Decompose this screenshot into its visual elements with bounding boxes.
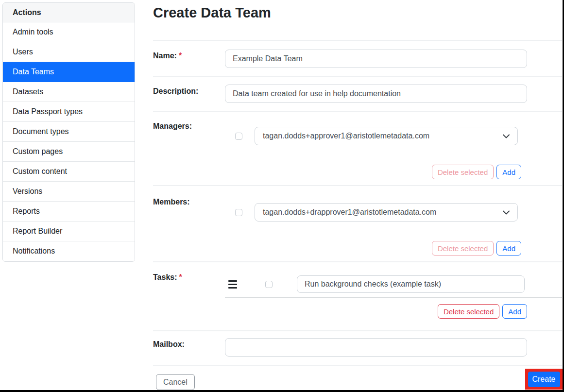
page-title: Create Data Team (153, 0, 562, 40)
tasks-label: Tasks:* (153, 262, 225, 330)
chevron-down-icon (503, 134, 510, 138)
sidebar-item-admin-tools[interactable]: Admin tools (3, 22, 135, 42)
form-footer: Cancel (153, 365, 562, 392)
mailbox-row: Mailbox: (153, 330, 562, 365)
members-select-value: tagan.dodds+drapprover1@aristotlemetadat… (263, 208, 436, 217)
tasks-row: Tasks:* Delete selected Add (153, 261, 562, 330)
members-row-checkbox[interactable] (235, 209, 242, 216)
create-button-highlight-box: Create (525, 369, 563, 390)
sidebar-item-data-passport-types[interactable]: Data Passport types (3, 102, 135, 122)
sidebar-header: Actions (3, 3, 135, 22)
managers-select[interactable]: tagan.dodds+approver1@aristotlemetadata.… (255, 127, 518, 145)
name-input[interactable] (225, 50, 527, 68)
sidebar-item-users[interactable]: Users (3, 42, 135, 62)
task-divider (225, 297, 562, 298)
managers-delete-selected-button[interactable]: Delete selected (432, 165, 494, 179)
page: Actions Admin tools Users Data Teams Dat… (0, 0, 564, 392)
members-add-button[interactable]: Add (496, 241, 521, 256)
members-row: Members: tagan.dodds+drapprover1@aristot… (153, 185, 562, 261)
mailbox-input[interactable] (225, 338, 527, 357)
create-button[interactable]: Create (528, 372, 560, 387)
managers-label: Managers: (153, 112, 225, 185)
drag-handle-icon[interactable] (228, 280, 237, 289)
members-delete-selected-button[interactable]: Delete selected (432, 241, 494, 256)
description-input[interactable] (225, 85, 527, 103)
members-label: Members: (153, 186, 225, 261)
task-input[interactable] (297, 275, 525, 293)
actions-sidebar: Actions Admin tools Users Data Teams Dat… (2, 2, 135, 262)
chevron-down-icon (503, 210, 510, 215)
name-label: Name:* (153, 41, 225, 76)
sidebar-item-reports[interactable]: Reports (3, 202, 135, 222)
sidebar-item-report-builder[interactable]: Report Builder (3, 222, 135, 241)
managers-add-button[interactable]: Add (496, 165, 521, 179)
tasks-delete-selected-button[interactable]: Delete selected (438, 304, 499, 319)
task-row-checkbox[interactable] (265, 281, 273, 288)
cancel-button[interactable]: Cancel (156, 374, 195, 390)
sidebar-item-datasets[interactable]: Datasets (3, 82, 135, 102)
description-row: Description: (153, 76, 562, 111)
sidebar-item-custom-content[interactable]: Custom content (3, 162, 135, 182)
required-asterisk: * (179, 273, 182, 281)
members-select[interactable]: tagan.dodds+drapprover1@aristotlemetadat… (255, 203, 518, 222)
sidebar-item-custom-pages[interactable]: Custom pages (3, 142, 135, 162)
tasks-add-button[interactable]: Add (502, 304, 527, 319)
mailbox-label: Mailbox: (153, 331, 225, 365)
sidebar-item-data-teams[interactable]: Data Teams (3, 62, 135, 82)
sidebar-item-versions[interactable]: Versions (3, 182, 135, 202)
required-asterisk: * (179, 51, 182, 60)
description-label: Description: (153, 77, 225, 111)
main-content: Create Data Team Name:* Description: Man… (153, 0, 562, 390)
managers-row-checkbox[interactable] (235, 133, 242, 140)
managers-row: Managers: tagan.dodds+approver1@aristotl… (153, 111, 562, 185)
sidebar-item-document-types[interactable]: Document types (3, 122, 135, 142)
managers-select-value: tagan.dodds+approver1@aristotlemetadata.… (263, 132, 429, 140)
sidebar-item-notifications[interactable]: Notifications (3, 241, 135, 261)
name-row: Name:* (153, 40, 562, 76)
